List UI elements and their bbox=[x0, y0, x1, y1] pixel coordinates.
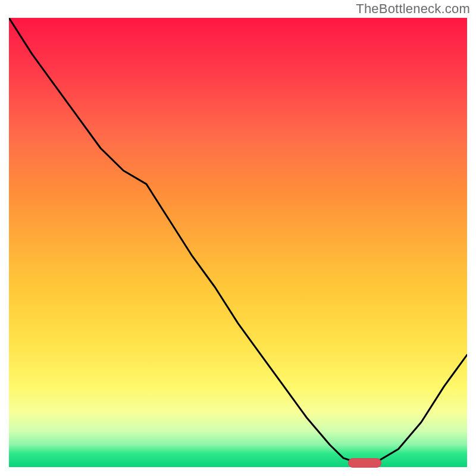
plot-area bbox=[9, 18, 467, 467]
minimum-marker bbox=[348, 458, 381, 468]
watermark-text: TheBottleneck.com bbox=[356, 1, 470, 17]
chart-stage: TheBottleneck.com bbox=[0, 0, 476, 476]
bottleneck-curve bbox=[9, 18, 467, 467]
curve-path bbox=[9, 18, 467, 463]
